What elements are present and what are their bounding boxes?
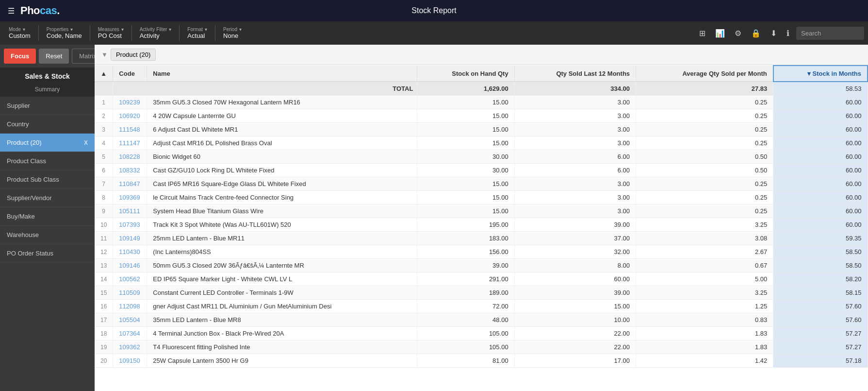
- table-row[interactable]: 16 112098 gner Adjust Cast MR11 DL Alumi…: [95, 300, 868, 313]
- properties-selector[interactable]: Properties ▾ Code, Name: [42, 21, 87, 45]
- col-header-stock-hand[interactable]: Stock on Hand Qty: [417, 66, 514, 82]
- row-code[interactable]: 110847: [113, 177, 147, 191]
- row-avg-qty: 3.25: [636, 218, 773, 232]
- row-name: Constant Current LED Controller - Termin…: [147, 286, 417, 300]
- toolbar-divider-2: [90, 25, 90, 41]
- row-stock-hand: 183.00: [417, 232, 514, 245]
- row-qty-sold: 3.00: [514, 123, 636, 136]
- sidebar-item-buy-make[interactable]: Buy/Make: [0, 207, 95, 226]
- col-header-code[interactable]: Code: [113, 66, 147, 82]
- table-row[interactable]: 6 108332 Cast GZ/GU10 Lock Ring DL White…: [95, 164, 868, 177]
- row-stock-months: 57.60: [773, 313, 868, 327]
- row-code[interactable]: 107393: [113, 218, 147, 232]
- row-name: Track Kit 3 Spot Whitete (Was AU-TLL601W…: [147, 218, 417, 232]
- hamburger-icon[interactable]: ☰: [8, 6, 15, 16]
- table-row[interactable]: 20 109150 25W Capsule Lantern 3500 Hr G9…: [95, 354, 868, 368]
- sidebar-item-product-class[interactable]: Product Class: [0, 152, 95, 170]
- col-header-avg-qty[interactable]: Average Qty Sold per Month: [636, 66, 773, 82]
- sidebar-item-label: Product Class: [7, 157, 46, 165]
- table-row[interactable]: 19 109362 T4 Fluorescent fitting Polishe…: [95, 340, 868, 354]
- settings-icon[interactable]: ⚙: [732, 27, 744, 40]
- row-code[interactable]: 110509: [113, 286, 147, 300]
- chart-view-icon[interactable]: 📊: [712, 27, 728, 40]
- row-name: 4 20W Capsule Lanternte GU: [147, 109, 417, 123]
- row-stock-months: 60.00: [773, 164, 868, 177]
- row-code[interactable]: 109239: [113, 96, 147, 109]
- table-row[interactable]: 2 106920 4 20W Capsule Lanternte GU 15.0…: [95, 109, 868, 123]
- table-row[interactable]: 18 107364 4 Terminal Junction Box - Blac…: [95, 327, 868, 340]
- search-input[interactable]: [796, 27, 864, 40]
- close-icon[interactable]: X: [84, 139, 88, 146]
- top-bar: ☰ Phocas. Stock Report: [0, 0, 868, 21]
- lock-icon[interactable]: 🔒: [748, 27, 764, 40]
- row-code[interactable]: 109146: [113, 259, 147, 272]
- activity-filter-label: Activity Filter ▾: [140, 27, 172, 32]
- sort-arrow-icon: ▾: [807, 70, 813, 77]
- table-row[interactable]: 14 100562 ED IP65 Square Marker Light - …: [95, 272, 868, 286]
- col-header-name[interactable]: Name: [147, 66, 417, 82]
- row-code[interactable]: 112098: [113, 300, 147, 313]
- reset-button[interactable]: Reset: [39, 49, 69, 64]
- table-row[interactable]: 1 109239 35mm GU5.3 Closed 70W Hexagonal…: [95, 96, 868, 109]
- sidebar-item-warehouse[interactable]: Warehouse: [0, 226, 95, 244]
- download-icon[interactable]: ⬇: [768, 27, 780, 40]
- row-stock-months: 60.00: [773, 191, 868, 204]
- row-qty-sold: 3.00: [514, 109, 636, 123]
- row-code[interactable]: 105111: [113, 204, 147, 218]
- data-table-container[interactable]: ▲ Code Name Stock on Hand Qty Qty Sold L: [95, 65, 868, 391]
- focus-button[interactable]: Focus: [4, 49, 36, 64]
- row-qty-sold: 10.00: [514, 313, 636, 327]
- sidebar-item-po-order-status[interactable]: PO Order Status: [0, 244, 95, 263]
- col-header-sort[interactable]: ▲: [95, 66, 113, 82]
- row-stock-hand: 105.00: [417, 340, 514, 354]
- row-code[interactable]: 109150: [113, 354, 147, 368]
- sidebar-item-supplier[interactable]: Supplier: [0, 97, 95, 115]
- row-qty-sold: 32.00: [514, 245, 636, 259]
- row-code[interactable]: 100562: [113, 272, 147, 286]
- row-num: 15: [95, 286, 113, 300]
- row-qty-sold: 3.00: [514, 177, 636, 191]
- col-header-stock-months[interactable]: ▾ Stock in Months: [773, 66, 868, 82]
- measures-selector[interactable]: Measures ▾ PO Cost: [93, 21, 129, 45]
- grid-view-icon[interactable]: ⊞: [696, 27, 708, 40]
- table-row[interactable]: 9 105111 System Head Blue Titanium Glass…: [95, 204, 868, 218]
- table-row[interactable]: 12 110430 (Inc Lanterns)804SS 156.00 32.…: [95, 245, 868, 259]
- row-code[interactable]: 109149: [113, 232, 147, 245]
- table-row[interactable]: 3 111548 6 Adjust Cast DL Whitete MR1 15…: [95, 123, 868, 136]
- row-code[interactable]: 111548: [113, 123, 147, 136]
- table-row[interactable]: 7 110847 Cast IP65 MR16 Square-Edge Glas…: [95, 177, 868, 191]
- table-row[interactable]: 8 109369 le Circuit Mains Track Centre-f…: [95, 191, 868, 204]
- filter-tag[interactable]: Product (20): [111, 49, 156, 61]
- table-row[interactable]: 13 109146 50mm GU5.3 Closed 20W 36Ãƒâ€šÃ…: [95, 259, 868, 272]
- sidebar-item-product-sub-class[interactable]: Product Sub Class: [0, 170, 95, 189]
- row-code[interactable]: 108228: [113, 150, 147, 164]
- filter-icon: ▼: [101, 51, 108, 58]
- col-header-qty-sold[interactable]: Qty Sold Last 12 Months: [514, 66, 636, 82]
- row-code[interactable]: 109369: [113, 191, 147, 204]
- row-qty-sold: 3.00: [514, 204, 636, 218]
- row-code[interactable]: 107364: [113, 327, 147, 340]
- period-selector[interactable]: Period ▾ None: [218, 21, 247, 45]
- row-code[interactable]: 110430: [113, 245, 147, 259]
- activity-filter-selector[interactable]: Activity Filter ▾ Activity: [135, 21, 177, 45]
- row-stock-months: 60.00: [773, 150, 868, 164]
- table-row[interactable]: 11 109149 25mm LED Lantern - Blue MR11 1…: [95, 232, 868, 245]
- info-icon[interactable]: ℹ: [784, 27, 792, 40]
- table-row[interactable]: 17 105504 35mm LED Lantern - Blue MR8 48…: [95, 313, 868, 327]
- row-code[interactable]: 111147: [113, 136, 147, 150]
- sidebar-item-country[interactable]: Country: [0, 115, 95, 134]
- sidebar-item-product[interactable]: Product (20) X: [0, 134, 95, 152]
- format-selector[interactable]: Format ▾ Actual: [182, 21, 212, 45]
- row-code[interactable]: 106920: [113, 109, 147, 123]
- mode-selector[interactable]: Mode ▾ Custom: [4, 21, 35, 45]
- row-code[interactable]: 105504: [113, 313, 147, 327]
- row-code[interactable]: 109362: [113, 340, 147, 354]
- row-code[interactable]: 108332: [113, 164, 147, 177]
- row-stock-hand: 39.00: [417, 259, 514, 272]
- row-avg-qty: 0.25: [636, 177, 773, 191]
- table-row[interactable]: 4 111147 Adjust Cast MR16 DL Polished Br…: [95, 136, 868, 150]
- table-row[interactable]: 5 108228 Bionic Widget 60 30.00 6.00 0.5…: [95, 150, 868, 164]
- table-row[interactable]: 15 110509 Constant Current LED Controlle…: [95, 286, 868, 300]
- table-row[interactable]: 10 107393 Track Kit 3 Spot Whitete (Was …: [95, 218, 868, 232]
- sidebar-item-supplier-vendor[interactable]: Supplier/Vendor: [0, 189, 95, 207]
